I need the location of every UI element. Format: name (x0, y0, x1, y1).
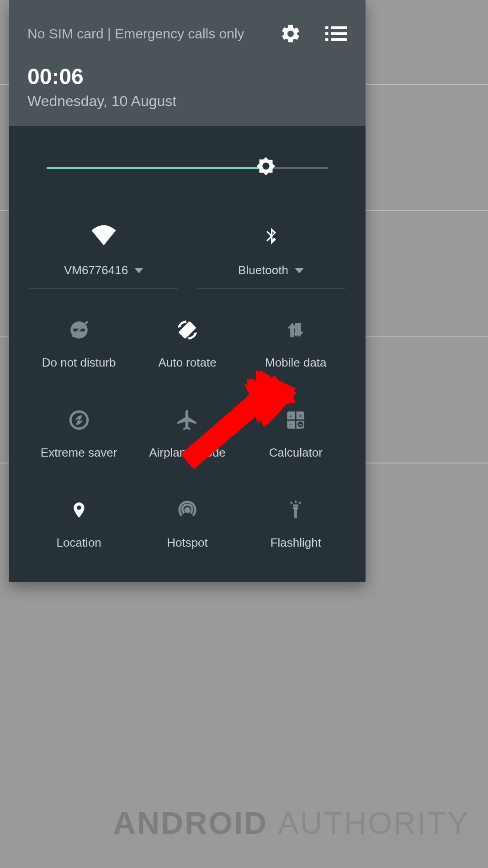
qs-tiles-grid: Do not disturb Auto rotate Mobile data (29, 316, 345, 550)
svg-text:+: + (289, 412, 293, 420)
wifi-icon (29, 219, 178, 251)
svg-rect-0 (331, 26, 347, 29)
tile-extreme-saver[interactable]: Extreme saver (29, 406, 128, 460)
wifi-toggle[interactable]: VM6776416 (29, 219, 178, 289)
svg-rect-3 (325, 26, 328, 29)
settings-gear-icon[interactable] (280, 23, 302, 45)
tile-auto-rotate[interactable]: Auto rotate (138, 316, 237, 370)
tile-airplane-mode[interactable]: Airplane mode (138, 406, 237, 460)
calculator-icon: +×−= (246, 406, 345, 434)
tile-hotspot[interactable]: Hotspot (138, 496, 237, 550)
svg-rect-26 (295, 501, 297, 503)
clock-date: Wednesday, 10 August (27, 93, 347, 110)
panel-header: No SIM card | Emergency calls only (9, 0, 366, 126)
chevron-down-icon (295, 268, 304, 273)
svg-rect-2 (331, 38, 347, 41)
svg-point-24 (184, 507, 190, 513)
tile-calculator[interactable]: +×−= Calculator (246, 406, 345, 460)
svg-point-7 (101, 240, 106, 245)
bluetooth-toggle[interactable]: Bluetooth (196, 219, 345, 289)
bluetooth-label: Bluetooth (238, 263, 288, 277)
sim-status-text: No SIM card | Emergency calls only (27, 26, 280, 42)
tile-do-not-disturb[interactable]: Do not disturb (29, 316, 128, 370)
svg-point-6 (263, 162, 270, 169)
wifi-label: VM6776416 (64, 263, 128, 277)
svg-rect-25 (293, 505, 299, 506)
dnd-icon (29, 316, 128, 344)
tile-mobile-data[interactable]: Mobile data (246, 316, 345, 370)
edit-tiles-icon[interactable] (325, 23, 347, 45)
hotspot-icon (138, 496, 237, 524)
location-icon (29, 496, 128, 524)
tile-location[interactable]: Location (29, 496, 128, 550)
brightness-slider[interactable] (47, 154, 328, 183)
flashlight-icon (246, 496, 345, 524)
svg-text:−: − (289, 421, 293, 428)
svg-text:=: = (299, 422, 302, 428)
mobile-data-icon (246, 316, 345, 344)
svg-text:×: × (298, 412, 302, 420)
clock-time: 00:06 (27, 64, 347, 89)
svg-rect-4 (325, 32, 328, 35)
brightness-thumb-icon[interactable] (253, 155, 279, 181)
svg-rect-5 (325, 38, 328, 41)
airplane-icon (138, 406, 237, 434)
watermark: ANDROID AUTHORITY (113, 805, 470, 841)
quick-settings-panel: No SIM card | Emergency calls only (9, 0, 366, 582)
bluetooth-icon (196, 219, 345, 251)
extreme-saver-icon (29, 406, 128, 434)
autorotate-icon (138, 316, 237, 344)
clock-block[interactable]: 00:06 Wednesday, 10 August (27, 64, 347, 110)
svg-rect-1 (331, 32, 347, 35)
tile-flashlight[interactable]: Flashlight (246, 496, 345, 550)
svg-rect-28 (299, 501, 302, 504)
chevron-down-icon (134, 268, 143, 273)
svg-rect-27 (290, 501, 293, 504)
